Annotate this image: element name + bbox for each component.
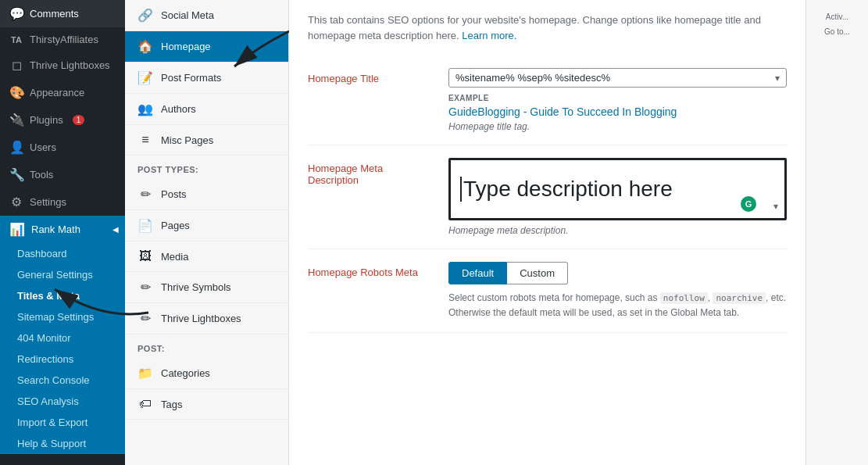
homepage-meta-desc-control: Type description here G ▾ Homepage meta …	[448, 158, 787, 236]
sidebar-item-redirections[interactable]: Redirections	[0, 349, 125, 370]
authors-icon: 👥	[138, 102, 153, 116]
sidebar-item-appearance[interactable]: 🎨 Appearance	[0, 79, 125, 106]
sidebar-item-comments[interactable]: 💬 Comments	[0, 0, 125, 27]
plugins-badge: 1	[73, 115, 85, 125]
sidebar-item-users[interactable]: 👤 Users	[0, 134, 125, 161]
homepage-title-input-wrapper[interactable]: %sitename% %sep% %sitedesc% ▾	[448, 68, 787, 88]
homepage-title-row: Homepage Title %sitename% %sep% %sitedes…	[308, 55, 787, 145]
middle-nav-homepage[interactable]: 🏠 Homepage	[125, 31, 288, 63]
pages-icon: 📄	[138, 218, 153, 233]
description-placeholder: Type description here	[463, 177, 673, 202]
sidebar-item-sitemap-settings[interactable]: Sitemap Settings	[0, 306, 125, 327]
sidebar-item-help-support[interactable]: Help & Support	[0, 433, 125, 454]
middle-nav-media[interactable]: 🖼 Media	[125, 241, 288, 272]
sidebar-item-dashboard[interactable]: Dashboard	[0, 243, 125, 264]
sidebar-item-thrive-lightboxes[interactable]: ◻ Thrive Lightboxes	[0, 52, 125, 79]
homepage-meta-desc-hint: Homepage meta description.	[448, 225, 787, 236]
sidebar-item-import-export[interactable]: Import & Export	[0, 412, 125, 433]
homepage-robots-row: Homepage Robots Meta Default Custom Sele…	[308, 249, 787, 333]
users-icon: 👤	[9, 140, 23, 155]
middle-nav-post-formats[interactable]: 📝 Post Formats	[125, 63, 288, 94]
learn-more-link[interactable]: Learn more.	[462, 30, 516, 41]
sidebar-item-plugins[interactable]: 🔌 Plugins 1	[0, 106, 125, 134]
posts-icon: ✏	[138, 187, 153, 202]
tools-icon: 🔧	[9, 167, 23, 182]
sidebar-item-seo-analysis[interactable]: SEO Analysis	[0, 391, 125, 412]
homepage-icon: 🏠	[138, 39, 153, 54]
misc-pages-icon: ≡	[138, 133, 153, 147]
lightboxes-icon: ◻	[9, 58, 23, 73]
middle-nav-pages[interactable]: 📄 Pages	[125, 210, 288, 241]
middle-nav-tags[interactable]: 🏷 Tags	[125, 389, 288, 420]
sidebar-item-tools[interactable]: 🔧 Tools	[0, 161, 125, 188]
homepage-meta-desc-label: Homepage Meta Description	[308, 158, 433, 186]
thrive-lightboxes2-icon: ✏	[138, 311, 153, 326]
robots-hint: Select custom robots meta for homepage, …	[448, 291, 787, 320]
appearance-icon: 🎨	[9, 85, 23, 100]
rank-math-arrow-icon: ◀	[113, 225, 119, 234]
middle-nav-authors[interactable]: 👥 Authors	[125, 94, 288, 125]
middle-nav-misc-pages[interactable]: ≡ Misc Pages	[125, 125, 288, 156]
sidebar-item-thirstyaffiliates[interactable]: TA ThirstyAffiliates	[0, 27, 125, 52]
sidebar-item-search-console[interactable]: Search Console	[0, 370, 125, 391]
homepage-meta-desc-row: Homepage Meta Description Type descripti…	[308, 145, 787, 249]
thrive-symbols-icon: ✏	[138, 280, 153, 295]
robots-default-button[interactable]: Default	[448, 262, 507, 284]
meta-desc-dropdown-icon[interactable]: ▾	[773, 201, 778, 212]
robots-buttons-group: Default Custom	[448, 262, 787, 284]
sidebar-item-general-settings[interactable]: General Settings	[0, 264, 125, 285]
section-label-post-types: Post Types:	[125, 156, 288, 179]
grammarly-icon: G	[741, 196, 756, 212]
post-formats-icon: 📝	[138, 70, 153, 85]
aside-sub-label: Go to...	[821, 24, 853, 39]
homepage-robots-control: Default Custom Select custom robots meta…	[448, 262, 787, 320]
middle-nav-thrive-symbols[interactable]: ✏ Thrive Symbols	[125, 272, 288, 303]
homepage-title-hint: Homepage title tag.	[448, 121, 787, 132]
example-label: EXAMPLE	[448, 94, 787, 102]
rank-math-icon: 📊	[9, 222, 25, 237]
text-cursor	[460, 177, 462, 202]
homepage-title-label: Homepage Title	[308, 68, 433, 84]
comments-icon: 💬	[9, 6, 23, 21]
homepage-meta-desc-input[interactable]: Type description here G ▾	[448, 158, 787, 220]
example-value: GuideBlogging - Guide To Succeed In Blog…	[448, 106, 787, 118]
tags-icon: 🏷	[138, 397, 153, 411]
media-icon: 🖼	[138, 249, 153, 263]
middle-nav-posts[interactable]: ✏ Posts	[125, 179, 288, 210]
homepage-title-value: %sitename% %sep% %sitedesc%	[455, 72, 772, 84]
sidebar-item-titles-meta[interactable]: Titles & Meta	[0, 285, 125, 306]
middle-nav-social-meta[interactable]: 🔗 Social Meta	[125, 0, 288, 31]
homepage-robots-label: Homepage Robots Meta	[308, 262, 433, 278]
ta-icon: TA	[9, 35, 23, 45]
plugins-icon: 🔌	[9, 113, 23, 127]
middle-nav-categories[interactable]: 📁 Categories	[125, 358, 288, 389]
section-label-post: Post:	[125, 334, 288, 358]
settings-icon: ⚙	[9, 195, 23, 209]
sidebar-item-404-monitor[interactable]: 404 Monitor	[0, 327, 125, 349]
aside-label: Activ...	[823, 9, 852, 24]
social-meta-icon: 🔗	[138, 8, 153, 23]
robots-custom-button[interactable]: Custom	[507, 262, 568, 284]
homepage-title-dropdown-icon[interactable]: ▾	[775, 73, 780, 84]
nofollow-code: nofollow	[660, 292, 708, 304]
intro-text: This tab contains SEO options for your w…	[308, 13, 787, 43]
sidebar-item-settings[interactable]: ⚙ Settings	[0, 188, 125, 216]
noarchive-code: noarchive	[713, 292, 766, 304]
sidebar-item-rank-math[interactable]: 📊 Rank Math ◀	[0, 216, 125, 243]
categories-icon: 📁	[138, 366, 153, 381]
middle-nav-thrive-lightboxes2[interactable]: ✏ Thrive Lightboxes	[125, 303, 288, 334]
homepage-title-control: %sitename% %sep% %sitedesc% ▾ EXAMPLE Gu…	[448, 68, 787, 132]
